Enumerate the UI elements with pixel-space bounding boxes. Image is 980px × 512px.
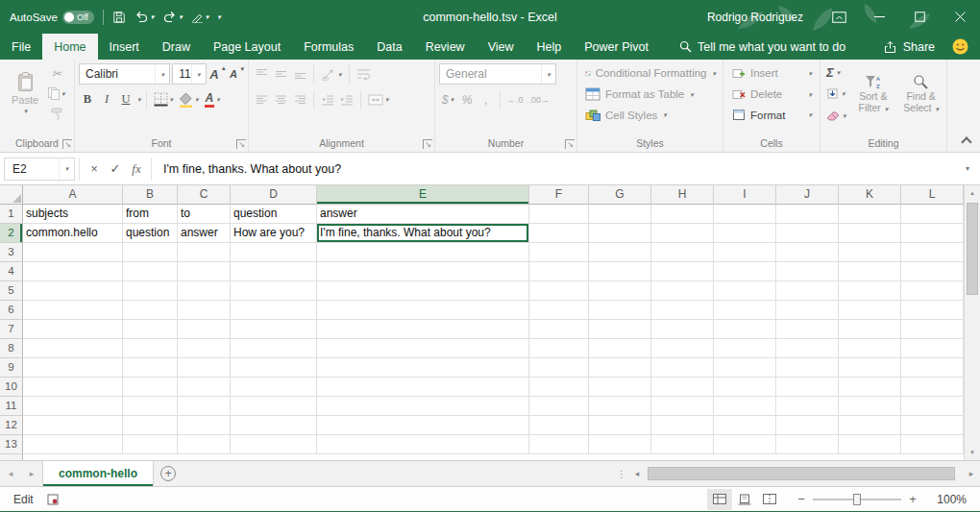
clear-dropdown-icon[interactable]: ▾	[843, 112, 846, 119]
row-header-7[interactable]: 7	[0, 320, 23, 339]
cell-L10[interactable]	[901, 378, 964, 397]
column-header-J[interactable]: J	[776, 185, 839, 205]
autosum-button[interactable]: Σ ▾	[824, 63, 848, 82]
cell-C9[interactable]	[178, 358, 231, 378]
cell-J12[interactable]	[776, 416, 839, 435]
cell-K5[interactable]	[839, 281, 901, 301]
horizontal-scroll-thumb[interactable]	[648, 467, 955, 480]
cell-H6[interactable]	[651, 301, 714, 320]
cell-J3[interactable]	[776, 243, 839, 262]
cell-E4[interactable]	[317, 262, 529, 281]
font-name-combo[interactable]: Calibri ▾	[79, 63, 170, 85]
collapse-ribbon-button[interactable]	[961, 136, 971, 147]
cell-A3[interactable]	[23, 243, 123, 262]
cell-I9[interactable]	[714, 358, 776, 378]
cell-B8[interactable]	[123, 339, 178, 358]
cell-L13[interactable]	[901, 435, 964, 454]
cell-D10[interactable]	[231, 378, 317, 397]
cell-K4[interactable]	[839, 262, 901, 281]
redo-button[interactable]: ▾	[162, 11, 183, 23]
cell-K10[interactable]	[839, 378, 901, 397]
cell-L11[interactable]	[901, 397, 964, 416]
ribbon-tab-formulas[interactable]: Formulas	[292, 34, 365, 60]
hscroll-right-icon[interactable]: ▸	[963, 461, 980, 486]
format-as-table-dropdown-icon[interactable]: ▾	[690, 91, 694, 98]
row-header-4[interactable]: 4	[0, 262, 23, 281]
column-header-L[interactable]: L	[901, 185, 964, 205]
cell-J13[interactable]	[776, 435, 839, 454]
zoom-slider-thumb[interactable]	[853, 494, 861, 505]
cell-F5[interactable]	[529, 281, 589, 301]
decrease-decimal-button[interactable]: .00→	[527, 89, 552, 110]
cell-H7[interactable]	[651, 320, 714, 339]
cell-L8[interactable]	[901, 339, 964, 358]
cell-I11[interactable]	[714, 397, 776, 416]
enter-button[interactable]: ✓	[105, 158, 126, 181]
zoom-percentage[interactable]: 100%	[922, 493, 967, 506]
delete-cells-dropdown-icon[interactable]: ▾	[808, 91, 812, 98]
ribbon-display-options-button[interactable]	[819, 0, 859, 34]
normal-view-button[interactable]	[707, 489, 732, 510]
cell-D12[interactable]	[231, 416, 317, 435]
cell-D5[interactable]	[231, 281, 317, 301]
cell-F2[interactable]	[529, 224, 589, 243]
merge-center-dropdown-icon[interactable]: ▾	[385, 96, 389, 103]
cell-G8[interactable]	[589, 339, 651, 358]
font-color-button[interactable]: A ▾	[203, 89, 222, 110]
cancel-button[interactable]: ×	[84, 158, 105, 181]
align-center-button[interactable]	[272, 89, 289, 110]
find-select-button[interactable]: Find & Select ▾	[898, 61, 943, 125]
cell-J10[interactable]	[776, 378, 839, 397]
cell-C1[interactable]: to	[178, 205, 231, 224]
cell-D6[interactable]	[231, 301, 317, 320]
ribbon-tab-view[interactable]: View	[477, 34, 526, 60]
fill-color-button[interactable]: ▾	[177, 89, 201, 110]
insert-cells-dropdown-icon[interactable]: ▾	[808, 70, 812, 77]
cell-F11[interactable]	[529, 397, 589, 416]
cell-B1[interactable]: from	[123, 205, 178, 224]
zoom-out-button[interactable]: −	[792, 492, 811, 506]
column-header-A[interactable]: A	[23, 185, 123, 205]
tab-scroll-splitter[interactable]: ⋮	[615, 461, 628, 486]
cell-B2[interactable]: question	[123, 224, 178, 243]
cell-L3[interactable]	[901, 243, 964, 262]
cell-K2[interactable]	[839, 224, 901, 243]
cell-C7[interactable]	[178, 320, 231, 339]
share-button[interactable]: Share	[883, 34, 935, 60]
record-macro-button[interactable]	[47, 494, 59, 505]
cell-K3[interactable]	[839, 243, 901, 262]
row-header-13[interactable]: 13	[0, 435, 23, 454]
autosum-dropdown-icon[interactable]: ▾	[837, 69, 841, 76]
cell-G11[interactable]	[589, 397, 651, 416]
cell-C4[interactable]	[178, 262, 231, 281]
row-header-1[interactable]: 1	[0, 205, 23, 224]
cell-F1[interactable]	[529, 205, 589, 224]
number-dialog-launcher[interactable]	[565, 139, 575, 149]
row-header-5[interactable]: 5	[0, 281, 23, 301]
cell-E2[interactable]: I'm fine, thanks. What about you?	[317, 224, 529, 243]
cell-B9[interactable]	[123, 358, 178, 378]
cell-H4[interactable]	[651, 262, 714, 281]
decrease-indent-button[interactable]	[319, 89, 336, 110]
page-layout-view-button[interactable]	[732, 489, 757, 510]
feedback-button[interactable]	[952, 34, 968, 60]
horizontal-scrollbar[interactable]	[646, 467, 963, 480]
cell-styles-button[interactable]: Cell Styles ▾	[581, 105, 720, 125]
cell-C11[interactable]	[178, 397, 231, 416]
cell-H2[interactable]	[651, 224, 714, 243]
ribbon-tab-home[interactable]: Home	[42, 34, 97, 60]
increase-indent-button[interactable]	[338, 89, 355, 110]
cell-C10[interactable]	[178, 378, 231, 397]
cell-G3[interactable]	[589, 243, 651, 262]
underline-dropdown-icon[interactable]: ▾	[137, 96, 141, 103]
row-header-9[interactable]: 9	[0, 358, 23, 378]
fill-button[interactable]: ▾	[824, 85, 848, 103]
cell-D3[interactable]	[231, 243, 317, 262]
cell-E6[interactable]	[317, 301, 529, 320]
cell-F13[interactable]	[529, 435, 589, 454]
sheet-tab-common-hello[interactable]: common-hello	[42, 461, 154, 486]
cell-B7[interactable]	[123, 320, 178, 339]
cell-L4[interactable]	[901, 262, 964, 281]
cell-D9[interactable]	[231, 358, 317, 378]
cell-H12[interactable]	[651, 416, 714, 435]
